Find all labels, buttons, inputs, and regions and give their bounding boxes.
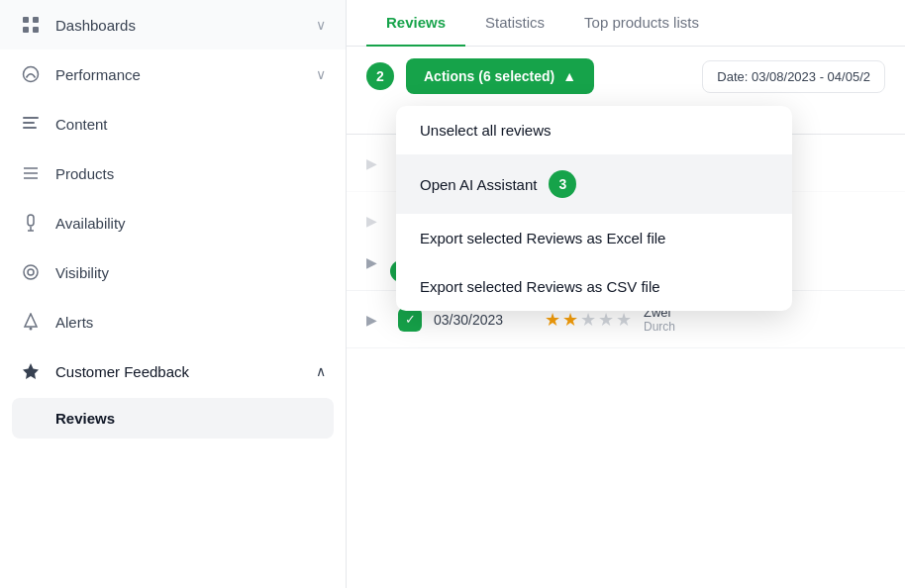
svg-rect-7 bbox=[23, 127, 37, 129]
svg-marker-17 bbox=[23, 363, 39, 379]
svg-rect-6 bbox=[23, 122, 35, 124]
expand-row-btn[interactable]: ▶ bbox=[366, 254, 386, 270]
sidebar-item-visibility[interactable]: Visibility bbox=[0, 247, 346, 297]
star-empty-4: ★ bbox=[598, 309, 614, 331]
visibility-icon bbox=[20, 261, 42, 283]
dropdown-item-ai-assistant[interactable]: Open AI Assistant 3 bbox=[396, 154, 792, 214]
expand-row-btn[interactable]: ▶ bbox=[366, 312, 386, 328]
sidebar-item-label: Content bbox=[55, 116, 108, 133]
sidebar-item-label: Performance bbox=[55, 66, 141, 83]
svg-rect-3 bbox=[33, 27, 39, 33]
alerts-icon bbox=[20, 311, 42, 333]
svg-rect-1 bbox=[33, 17, 39, 23]
svg-point-16 bbox=[30, 328, 33, 331]
sidebar-submenu-label: Reviews bbox=[55, 410, 115, 427]
star-icon bbox=[20, 360, 42, 382]
sidebar-item-alerts[interactable]: Alerts bbox=[0, 297, 346, 346]
star-empty-5: ★ bbox=[616, 309, 632, 331]
svg-rect-0 bbox=[23, 17, 29, 23]
sidebar: Dashboards Performance Content Products … bbox=[0, 0, 347, 588]
row-checkbox[interactable]: ✓ bbox=[398, 308, 422, 332]
sidebar-item-label: Customer Feedback bbox=[55, 363, 189, 380]
content-icon bbox=[20, 113, 42, 135]
step-badge-2: 2 bbox=[366, 62, 394, 90]
expand-row-btn[interactable]: ▶ bbox=[366, 213, 386, 229]
tab-bar: Reviews Statistics Top products lists bbox=[347, 0, 905, 47]
star-filled-2: ★ bbox=[562, 309, 578, 331]
star-filled-1: ★ bbox=[545, 309, 560, 331]
sidebar-item-label: Dashboards bbox=[55, 17, 136, 34]
tab-top-products[interactable]: Top products lists bbox=[564, 0, 719, 47]
tab-reviews[interactable]: Reviews bbox=[366, 0, 465, 47]
star-empty-3: ★ bbox=[580, 309, 596, 331]
sidebar-item-content[interactable]: Content bbox=[0, 99, 346, 148]
row-subtitle: Durch bbox=[644, 320, 885, 334]
dropdown-item-export-excel[interactable]: Export selected Reviews as Excel file bbox=[396, 214, 792, 262]
chevron-up-icon bbox=[316, 363, 326, 379]
grid-icon bbox=[20, 14, 42, 36]
dropdown-item-unselect[interactable]: Unselect all reviews bbox=[396, 106, 792, 154]
sidebar-submenu-item-reviews[interactable]: Reviews bbox=[12, 398, 334, 439]
gauge-icon bbox=[20, 63, 42, 85]
sidebar-item-availability[interactable]: Availability bbox=[0, 198, 346, 247]
svg-point-15 bbox=[24, 265, 38, 279]
row-date: 03/30/2023 bbox=[434, 312, 533, 328]
svg-rect-2 bbox=[23, 27, 29, 33]
products-icon bbox=[20, 162, 42, 184]
sidebar-item-dashboards[interactable]: Dashboards bbox=[0, 0, 346, 49]
avail-icon bbox=[20, 212, 42, 234]
chevron-down-icon bbox=[316, 66, 326, 82]
svg-point-14 bbox=[28, 269, 34, 275]
actions-button[interactable]: Actions (6 selected) ▲ bbox=[406, 58, 594, 94]
dropdown-item-export-csv[interactable]: Export selected Reviews as CSV file bbox=[396, 262, 792, 311]
svg-rect-5 bbox=[23, 117, 39, 119]
sidebar-item-performance[interactable]: Performance bbox=[0, 49, 346, 99]
actions-dropdown: Unselect all reviews Open AI Assistant 3… bbox=[396, 106, 792, 311]
sidebar-item-label: Visibility bbox=[55, 264, 109, 281]
main-content: Reviews Statistics Top products lists 2 … bbox=[347, 0, 905, 588]
sidebar-item-customer-feedback[interactable]: Customer Feedback bbox=[0, 346, 346, 396]
sidebar-item-label: Products bbox=[55, 165, 114, 182]
sidebar-item-label: Availability bbox=[55, 215, 126, 232]
toolbar: 2 Actions (6 selected) ▲ Date: 03/08/202… bbox=[347, 47, 905, 106]
step-badge-3: 3 bbox=[549, 170, 576, 198]
sidebar-item-products[interactable]: Products bbox=[0, 148, 346, 198]
chevron-up-icon: ▲ bbox=[562, 68, 576, 84]
tab-statistics[interactable]: Statistics bbox=[465, 0, 564, 47]
sidebar-item-label: Alerts bbox=[55, 314, 93, 331]
svg-rect-11 bbox=[28, 215, 34, 226]
date-filter[interactable]: Date: 03/08/2023 - 04/05/2 bbox=[702, 60, 885, 93]
row-rating: ★ ★ ★ ★ ★ bbox=[545, 309, 632, 331]
chevron-down-icon bbox=[316, 17, 326, 33]
expand-row-btn[interactable]: ▶ bbox=[366, 155, 386, 171]
